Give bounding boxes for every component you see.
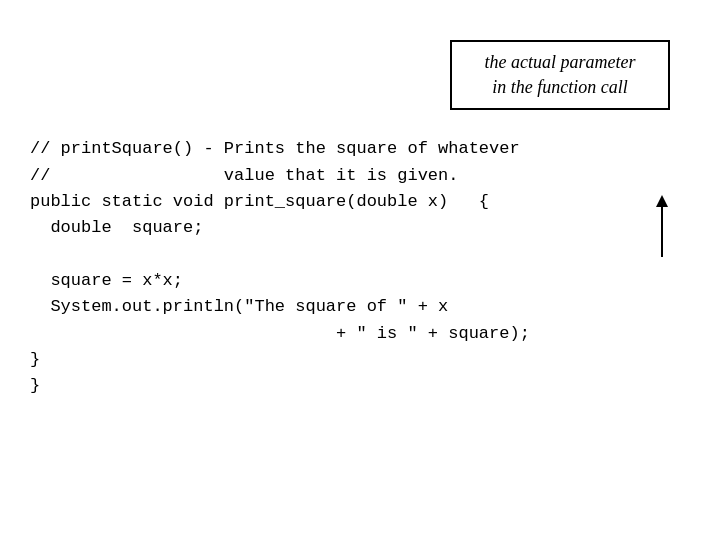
code-line-3: public static void print_square(double x… bbox=[30, 192, 489, 211]
arrow-up bbox=[656, 195, 668, 257]
code-line-1: // printSquare() - Prints the square of … bbox=[30, 139, 520, 158]
arrow-head-icon bbox=[656, 195, 668, 207]
arrow-annotation bbox=[656, 195, 668, 257]
callout-box: the actual parameter in the function cal… bbox=[450, 40, 670, 110]
callout-line1: the actual parameter bbox=[485, 52, 636, 72]
code-line-6: square = x*x; bbox=[30, 271, 183, 290]
code-block: // printSquare() - Prints the square of … bbox=[30, 110, 530, 426]
code-line-9: } bbox=[30, 350, 40, 369]
callout-line2: in the function call bbox=[492, 77, 627, 97]
code-line-7: System.out.println("The square of " + x bbox=[30, 297, 448, 316]
code-line-10: } bbox=[30, 376, 40, 395]
code-line-2: // value that it is given. bbox=[30, 166, 458, 185]
code-line-8: + " is " + square); bbox=[30, 324, 530, 343]
code-line-4: double square; bbox=[30, 218, 203, 237]
slide-container: the actual parameter in the function cal… bbox=[0, 0, 720, 540]
arrow-line bbox=[661, 207, 663, 257]
